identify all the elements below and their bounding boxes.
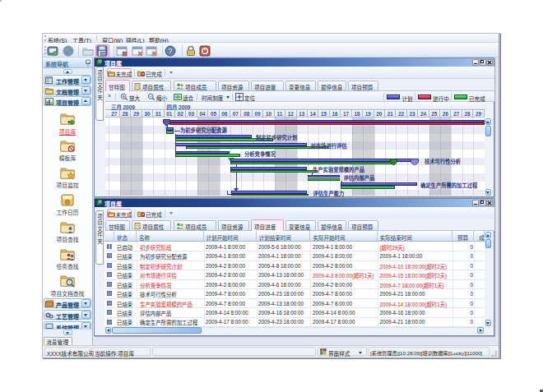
- svg-text:?: ?: [168, 47, 172, 55]
